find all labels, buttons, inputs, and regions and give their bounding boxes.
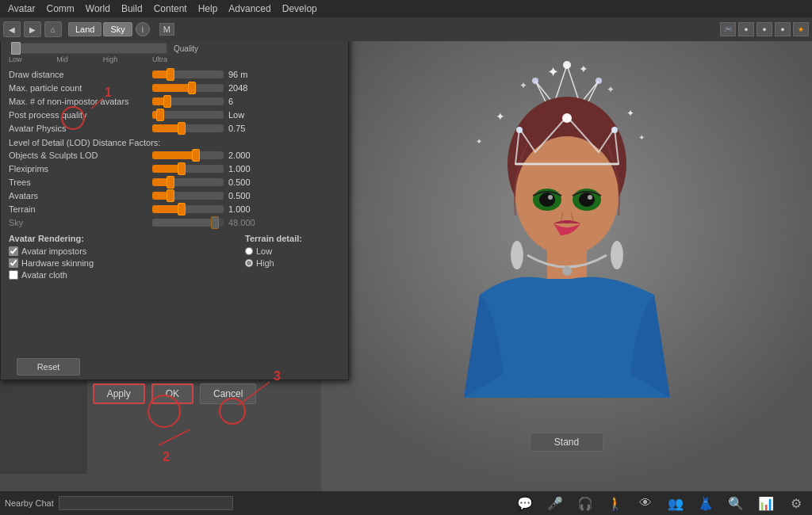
bottom-icons: 💬 🎤 🎧 🚶 👁 👥 👗 🔍 📊 ⚙ <box>514 492 807 514</box>
svg-point-23 <box>611 127 618 133</box>
avatar-impostors-checkbox[interactable] <box>9 246 18 256</box>
terrain-low-radio[interactable] <box>245 247 253 255</box>
lod-flexi-value: 1.000 <box>228 164 268 174</box>
avatar-physics-slider[interactable] <box>152 124 224 132</box>
chat-icon[interactable]: 💬 <box>514 492 536 514</box>
performance-slider[interactable] <box>9 43 167 54</box>
dialog-buttons: Reset Apply OK Cancel <box>1 353 348 409</box>
info-button[interactable]: i <box>136 22 150 36</box>
menu-avatar[interactable]: Avatar <box>3 2 40 16</box>
chat-input[interactable] <box>59 496 233 510</box>
toolbar: ◀ ▶ ⌂ Land Sky i M 🎮 ● ● ● ★ <box>0 17 812 41</box>
slider-label-high: High <box>103 55 118 63</box>
headphones-icon[interactable]: 🎧 <box>574 492 596 514</box>
performance-slider-row: Quality <box>9 43 198 54</box>
forward-button[interactable]: ▶ <box>24 21 41 37</box>
render-settings-list: Draw distance 96 m Max. particle count 2… <box>9 70 340 133</box>
menu-build[interactable]: Build <box>117 2 147 16</box>
non-impostor-slider[interactable] <box>152 97 224 105</box>
eye-icon[interactable]: 👁 <box>634 492 657 514</box>
draw-distance-slider[interactable] <box>152 71 224 78</box>
non-impostor-row: Max. # of non-impostor avatars 6 <box>9 97 340 106</box>
ok-button[interactable]: OK <box>151 383 193 404</box>
svg-text:✦: ✦ <box>638 133 645 142</box>
hardware-skinning-checkbox[interactable] <box>9 258 18 268</box>
svg-text:2: 2 <box>163 450 170 464</box>
particle-count-slider[interactable] <box>152 84 224 92</box>
search-icon[interactable]: 🔍 <box>725 492 747 514</box>
svg-point-10 <box>515 136 619 255</box>
sky-button[interactable]: Sky <box>103 22 132 36</box>
post-process-value: Low <box>228 110 268 120</box>
menu-help[interactable]: Help <box>193 2 223 16</box>
svg-text:✦: ✦ <box>607 84 615 95</box>
lod-terrain-label: Terrain <box>9 204 147 214</box>
terrain-detail-panel: Terrain detail: Low High <box>245 234 340 282</box>
menu-content[interactable]: Content <box>149 2 192 16</box>
walk-icon[interactable]: 🚶 <box>604 492 626 514</box>
lod-terrain-value: 1.000 <box>228 204 268 214</box>
avatar-cloth-checkbox[interactable] <box>9 270 18 280</box>
lod-objects-slider[interactable] <box>152 151 224 159</box>
svg-point-20 <box>588 195 592 200</box>
lod-avatars-value: 0.500 <box>228 191 268 200</box>
people-icon[interactable]: 👥 <box>665 492 687 514</box>
terrain-high-radio[interactable] <box>245 259 253 267</box>
svg-text:✦: ✦ <box>496 110 505 123</box>
menu-comm[interactable]: Comm <box>41 2 79 16</box>
lod-items-list: Objects & Sculpts LOD 2.000 Flexiprims 1… <box>9 151 340 227</box>
settings-icon[interactable]: ⚙ <box>785 492 807 514</box>
avatar-impostors-row: Avatar impostors <box>9 246 229 256</box>
lod-flexi-slider[interactable] <box>152 165 224 173</box>
svg-text:✦: ✦ <box>626 108 634 119</box>
svg-text:✦: ✦ <box>476 137 482 146</box>
lod-terrain-row: Terrain 1.000 <box>9 204 340 214</box>
terrain-high-label: High <box>256 258 274 268</box>
performance-slider-labels: Low Mid High Ultra <box>9 55 167 63</box>
stand-button[interactable]: Stand <box>530 433 603 452</box>
lod-trees-slider[interactable] <box>152 178 224 186</box>
toolbar-icon-1[interactable]: 🎮 <box>720 22 736 36</box>
menu-advanced[interactable]: Advanced <box>224 2 275 16</box>
shirt-icon[interactable]: 👗 <box>695 492 717 514</box>
m-badge: M <box>159 23 174 36</box>
nearby-chat-label: Nearby Chat <box>5 498 54 508</box>
toolbar-icon-3[interactable]: ● <box>756 22 772 36</box>
apply-button[interactable]: Apply <box>93 383 145 404</box>
svg-text:✦: ✦ <box>579 63 588 75</box>
svg-point-19 <box>548 195 553 200</box>
chart-icon[interactable]: 📊 <box>755 492 777 514</box>
avatar-cloth-row: Avatar cloth <box>9 270 229 280</box>
toolbar-icon-2[interactable]: ● <box>738 22 754 36</box>
post-process-label: Post process quality <box>9 110 147 120</box>
back-button[interactable]: ◀ <box>3 21 21 37</box>
lod-avatars-slider[interactable] <box>152 192 224 200</box>
svg-point-2 <box>563 61 571 69</box>
toolbar-star-icon[interactable]: ★ <box>793 22 809 36</box>
svg-point-4 <box>596 78 602 84</box>
reset-button[interactable]: Reset <box>17 358 80 376</box>
terrain-detail-title: Terrain detail: <box>245 234 340 243</box>
bottom-bar: Nearby Chat 💬 🎤 🎧 🚶 👁 👥 👗 🔍 📊 ⚙ <box>0 491 812 515</box>
land-button[interactable]: Land <box>68 22 102 36</box>
lod-terrain-slider[interactable] <box>152 205 224 213</box>
lod-sky-slider[interactable] <box>152 219 224 227</box>
performance-row: Quality Low Mid High Ultra <box>9 43 340 63</box>
cancel-button[interactable]: Cancel <box>200 383 256 404</box>
mic-icon[interactable]: 🎤 <box>544 492 566 514</box>
lod-sky-row: Sky 48.000 <box>9 218 340 227</box>
post-process-slider[interactable] <box>152 111 224 119</box>
menu-develop[interactable]: Develop <box>278 2 322 16</box>
home-button[interactable]: ⌂ <box>44 21 62 37</box>
lod-flexi-label: Flexiprims <box>9 164 147 174</box>
toolbar-icon-4[interactable]: ● <box>775 22 791 36</box>
lod-sky-value: 48.000 <box>228 218 268 227</box>
svg-point-21 <box>562 113 572 123</box>
particle-count-label: Max. particle count <box>9 83 147 93</box>
avatar-impostors-label: Avatar impostors <box>21 246 86 256</box>
svg-point-13 <box>511 241 523 269</box>
performance-slider-container: Quality Low Mid High Ultra <box>9 43 198 63</box>
menu-world[interactable]: World <box>81 2 115 16</box>
draw-distance-label: Draw distance <box>9 70 147 79</box>
post-process-row: Post process quality Low <box>9 110 340 120</box>
